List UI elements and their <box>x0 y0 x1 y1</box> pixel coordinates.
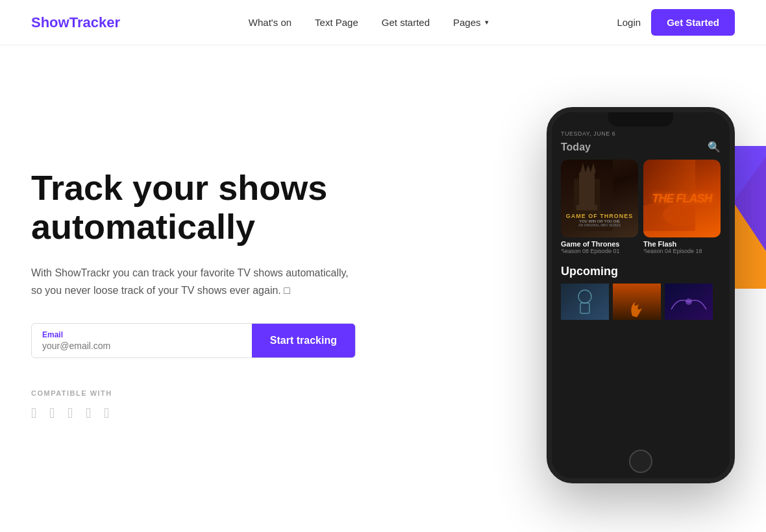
flash-title: The Flash <box>643 237 721 248</box>
email-input[interactable] <box>42 341 241 351</box>
phone-upcoming-label: Upcoming <box>552 261 730 284</box>
apple-icon-5:  <box>104 405 109 422</box>
phone-home-button <box>629 450 652 473</box>
phone-today-title: Today 🔍 <box>552 141 730 160</box>
email-form: Email Start tracking <box>31 323 356 358</box>
svg-point-19 <box>686 298 692 305</box>
email-label: Email <box>42 330 241 339</box>
upcoming-dragon <box>665 284 713 320</box>
apple-icon-1:  <box>31 405 36 422</box>
nav-text-page[interactable]: Text Page <box>315 17 358 28</box>
get-started-button[interactable]: Get Started <box>651 9 735 36</box>
apple-icons-row:      <box>31 405 356 422</box>
phone-notch <box>608 112 673 127</box>
show-card-got: Game of Thrones YOU WIN OR YOU DIE AN OR… <box>561 160 638 254</box>
phone-shows-row: Game of Thrones YOU WIN OR YOU DIE AN OR… <box>552 160 730 261</box>
start-tracking-button[interactable]: Start tracking <box>252 324 355 357</box>
hero-content: Track your shows automatically With Show… <box>31 169 356 421</box>
brand-logo[interactable]: ShowTracker <box>31 14 120 31</box>
show-card-flash: THE FLASH The Flash Season 04 Episode 18 <box>643 160 721 254</box>
nav-whats-on[interactable]: What's on <box>249 17 291 28</box>
svg-rect-14 <box>561 284 609 320</box>
hero-section: Track your shows automatically With Show… <box>0 45 766 532</box>
nav-right: Login Get Started <box>617 9 735 36</box>
login-button[interactable]: Login <box>617 17 641 28</box>
apple-icon-2:  <box>49 405 55 422</box>
email-form-inner: Email <box>32 324 252 357</box>
nav-pages-dropdown[interactable]: Pages ▾ <box>453 17 489 28</box>
hero-description: With ShowTrackr you can track your favor… <box>31 264 356 299</box>
apple-icon-4:  <box>86 405 91 422</box>
got-title: Game of Thrones <box>561 237 638 248</box>
phone-frame: TUESDAY, JUNE 6 Today 🔍 <box>547 107 735 483</box>
phone-mockup-container: TUESDAY, JUNE 6 Today 🔍 <box>547 107 735 483</box>
logo-show: Show <box>31 14 69 30</box>
search-icon: 🔍 <box>708 141 721 153</box>
upcoming-fire <box>613 284 661 320</box>
phone-screen: TUESDAY, JUNE 6 Today 🔍 <box>552 112 730 478</box>
hero-title: Track your shows automatically <box>31 169 356 246</box>
nav-links: What's on Text Page Get started Pages ▾ <box>249 17 489 28</box>
phone-upcoming-row <box>552 284 730 320</box>
compatible-label: COMPATIBLE WITH <box>31 389 356 397</box>
got-poster: Game of Thrones YOU WIN OR YOU DIE AN OR… <box>561 160 638 237</box>
got-title-overlay: Game of Thrones YOU WIN OR YOU DIE AN OR… <box>561 213 638 227</box>
flash-poster: THE FLASH <box>643 160 721 237</box>
upcoming-westworld <box>561 284 609 320</box>
apple-icon-3:  <box>68 405 73 422</box>
nav-get-started[interactable]: Get started <box>382 17 430 28</box>
flash-episode: Season 04 Episode 18 <box>643 248 721 254</box>
chevron-down-icon: ▾ <box>485 18 489 27</box>
navbar: ShowTracker What's on Text Page Get star… <box>0 0 766 45</box>
logo-tracker: Tracker <box>69 14 120 30</box>
flash-logo: THE FLASH <box>652 192 712 206</box>
got-episode: Season 08 Episode 01 <box>561 248 638 254</box>
